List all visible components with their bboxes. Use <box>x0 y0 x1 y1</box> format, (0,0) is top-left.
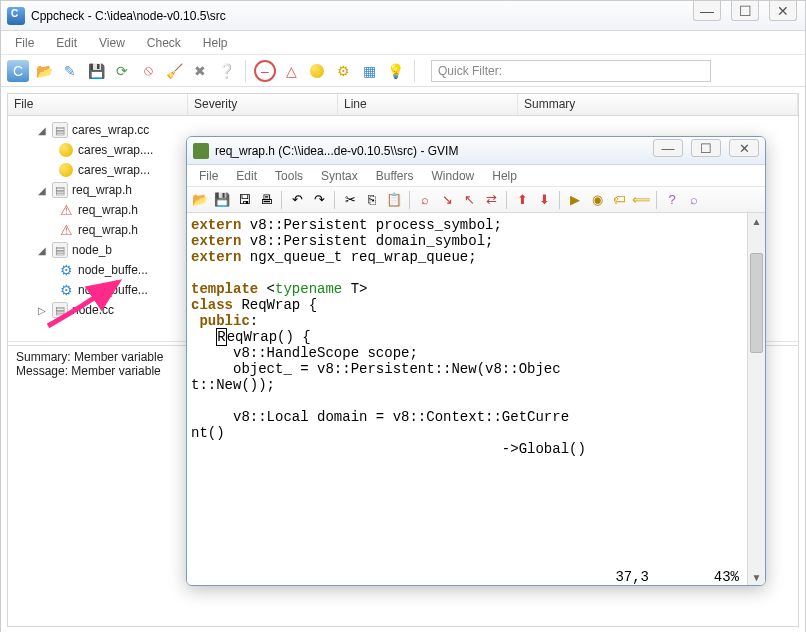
tree-label: node_buffe... <box>78 263 148 277</box>
tree-label: req_wrap.h <box>72 183 132 197</box>
gvim-search-help-icon[interactable]: ⌕ <box>685 191 703 209</box>
maximize-button[interactable]: ☐ <box>731 1 759 21</box>
style-ball-icon <box>58 162 74 178</box>
gvim-paste-icon[interactable]: 📋 <box>385 191 403 209</box>
warning-icon: ⚠ <box>58 222 74 238</box>
gvim-menu-file[interactable]: File <box>191 167 226 185</box>
toolbar-separator <box>245 60 246 82</box>
gvim-maximize-button[interactable]: ☐ <box>691 139 721 157</box>
style-ball-icon <box>58 142 74 158</box>
scroll-thumb[interactable] <box>750 253 763 353</box>
tree-label: cares_wrap.... <box>78 143 153 157</box>
filter-settings-icon[interactable]: ⚙ <box>332 60 354 82</box>
file-icon: ▤ <box>52 302 68 318</box>
expander-icon[interactable]: ◢ <box>36 244 48 256</box>
gvim-window[interactable]: req_wrap.h (C:\\idea...de-v0.10.5\\src) … <box>186 136 766 586</box>
tree-label: req_wrap.h <box>78 223 138 237</box>
filter-hint-icon[interactable]: 💡 <box>384 60 406 82</box>
gvim-replace-icon[interactable]: ⇄ <box>482 191 500 209</box>
filter-performance-icon[interactable]: ▦ <box>358 60 380 82</box>
filter-style-icon[interactable] <box>306 60 328 82</box>
filter-error-icon[interactable]: – <box>254 60 276 82</box>
col-header-summary[interactable]: Summary <box>518 94 798 115</box>
refresh-icon[interactable]: ⟳ <box>111 60 133 82</box>
col-header-severity[interactable]: Severity <box>188 94 338 115</box>
gvim-open-icon[interactable]: 📂 <box>191 191 209 209</box>
columns-header: File Severity Line Summary <box>8 94 798 116</box>
gvim-scrollbar[interactable]: ▲ ▼ <box>747 213 765 585</box>
gvim-menu-tools[interactable]: Tools <box>267 167 311 185</box>
settings-icon[interactable]: ✖ <box>189 60 211 82</box>
gvim-app-icon <box>193 143 209 159</box>
gvim-shell-icon[interactable]: ◉ <box>588 191 606 209</box>
open-file-icon[interactable]: ✎ <box>59 60 81 82</box>
gvim-toolbar-sep <box>559 191 560 209</box>
gvim-menubar: File Edit Tools Syntax Buffers Window He… <box>187 165 765 187</box>
save-icon[interactable]: 💾 <box>85 60 107 82</box>
gvim-menu-help[interactable]: Help <box>484 167 525 185</box>
scroll-up-icon[interactable]: ▲ <box>748 213 765 229</box>
gvim-menu-window[interactable]: Window <box>424 167 483 185</box>
gvim-titlebar[interactable]: req_wrap.h (C:\\idea...de-v0.10.5\\src) … <box>187 137 765 165</box>
gvim-menu-edit[interactable]: Edit <box>228 167 265 185</box>
gvim-cut-icon[interactable]: ✂ <box>341 191 359 209</box>
gvim-find-icon[interactable]: ⌕ <box>416 191 434 209</box>
tree-label: node_b <box>72 243 112 257</box>
open-folder-icon[interactable]: 📂 <box>33 60 55 82</box>
gvim-help-icon[interactable]: ? <box>663 191 681 209</box>
tree-label: node.cc <box>72 303 114 317</box>
gvim-menu-buffers[interactable]: Buffers <box>368 167 422 185</box>
main-window-title: Cppcheck - C:\idea\node-v0.10.5\src <box>31 9 226 23</box>
gvim-make-icon[interactable]: ▶ <box>566 191 584 209</box>
col-header-line[interactable]: Line <box>338 94 518 115</box>
gvim-print-icon[interactable]: 🖶 <box>257 191 275 209</box>
col-header-file[interactable]: File <box>8 94 188 115</box>
quick-filter-input[interactable]: Quick Filter: <box>431 60 711 82</box>
menu-check[interactable]: Check <box>137 34 191 52</box>
file-icon: ▤ <box>52 242 68 258</box>
tree-label: node_buffe... <box>78 283 148 297</box>
expander-icon[interactable]: ◢ <box>36 184 48 196</box>
gvim-minimize-button[interactable]: — <box>653 139 683 157</box>
gvim-saveall-icon[interactable]: 🖫 <box>235 191 253 209</box>
gvim-menu-syntax[interactable]: Syntax <box>313 167 366 185</box>
menu-help[interactable]: Help <box>193 34 238 52</box>
gvim-toolbar: 📂 💾 🖫 🖶 ↶ ↷ ✂ ⎘ 📋 ⌕ ↘ ↖ ⇄ ⬆ ⬇ ▶ ◉ 🏷 ⟸ ? … <box>187 187 765 213</box>
close-button[interactable]: ✕ <box>769 1 797 21</box>
gear-icon: ⚙ <box>58 282 74 298</box>
menu-edit[interactable]: Edit <box>46 34 87 52</box>
main-titlebar[interactable]: Cppcheck - C:\idea\node-v0.10.5\src — ☐ … <box>1 1 805 31</box>
info-icon[interactable]: ❔ <box>215 60 237 82</box>
file-icon: ▤ <box>52 122 68 138</box>
gvim-copy-icon[interactable]: ⎘ <box>363 191 381 209</box>
tree-label: cares_wrap... <box>78 163 150 177</box>
gvim-redo-icon[interactable]: ↷ <box>310 191 328 209</box>
gvim-close-button[interactable]: ✕ <box>729 139 759 157</box>
menu-view[interactable]: View <box>89 34 135 52</box>
scroll-down-icon[interactable]: ▼ <box>748 569 765 585</box>
main-toolbar: C 📂 ✎ 💾 ⟳ ⦸ 🧹 ✖ ❔ – △ ⚙ ▦ 💡 Quick Filter… <box>1 55 805 87</box>
minimize-button[interactable]: — <box>693 1 721 21</box>
gvim-load-icon[interactable]: ⬆ <box>513 191 531 209</box>
gvim-save-icon[interactable]: 💾 <box>213 191 231 209</box>
gvim-save2-icon[interactable]: ⬇ <box>535 191 553 209</box>
gvim-editor[interactable]: extern v8::Persistent process_symbol; ex… <box>187 213 765 586</box>
main-menubar: File Edit View Check Help <box>1 31 805 55</box>
gvim-toolbar-sep <box>506 191 507 209</box>
new-project-icon[interactable]: C <box>7 60 29 82</box>
gvim-undo-icon[interactable]: ↶ <box>288 191 306 209</box>
expander-icon[interactable]: ▷ <box>36 304 48 316</box>
gvim-tag-icon[interactable]: 🏷 <box>610 191 628 209</box>
filter-warning-icon[interactable]: △ <box>280 60 302 82</box>
warning-icon: ⚠ <box>58 202 74 218</box>
clear-icon[interactable]: 🧹 <box>163 60 185 82</box>
expander-icon[interactable]: ◢ <box>36 124 48 136</box>
gvim-toolbar-sep <box>409 191 410 209</box>
menu-file[interactable]: File <box>5 34 44 52</box>
gvim-findprev-icon[interactable]: ↖ <box>460 191 478 209</box>
gvim-toolbar-sep <box>281 191 282 209</box>
gvim-findnext-icon[interactable]: ↘ <box>438 191 456 209</box>
stop-icon[interactable]: ⦸ <box>137 60 159 82</box>
gvim-tagback-icon[interactable]: ⟸ <box>632 191 650 209</box>
gvim-toolbar-sep <box>656 191 657 209</box>
